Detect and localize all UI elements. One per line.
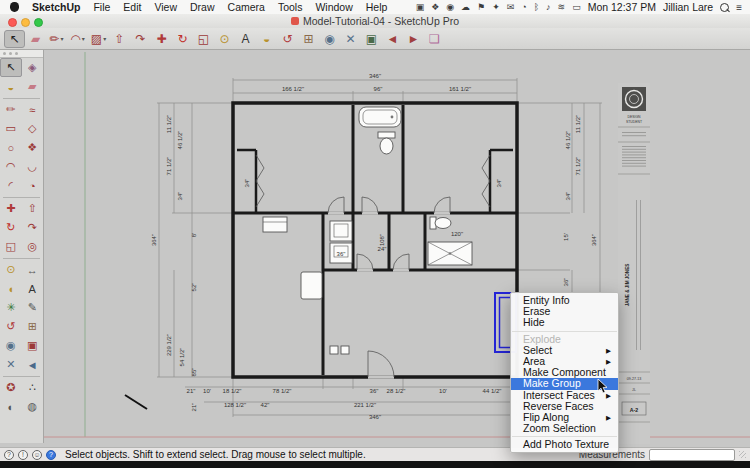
- menubar-user[interactable]: Jillian Lare: [663, 1, 713, 13]
- menu-view[interactable]: View: [154, 1, 177, 13]
- paint-bucket-tool[interactable]: ◒: [0, 77, 22, 96]
- menu-tools[interactable]: Tools: [278, 1, 303, 13]
- rotate-tool[interactable]: ↻: [0, 218, 22, 237]
- battery-icon[interactable]: ▭: [572, 0, 581, 14]
- arc-tool-dropdown-icon[interactable]: ▾: [82, 35, 85, 42]
- make-component-tool[interactable]: ◈: [22, 58, 44, 77]
- cloud-icon[interactable]: ☁: [461, 0, 470, 14]
- notifications-icon[interactable]: ✦: [492, 0, 500, 14]
- position-camera-tool[interactable]: ✪: [0, 378, 22, 397]
- measurements-input[interactable]: [649, 449, 735, 461]
- rectangle-tool-dropdown-icon[interactable]: ▾: [103, 35, 106, 42]
- text-tool[interactable]: A: [235, 30, 256, 48]
- bluetooth-icon[interactable]: ᛒ: [534, 0, 539, 14]
- orbit-tool[interactable]: ↺: [0, 317, 22, 336]
- freehand-tool[interactable]: ≈: [22, 100, 44, 119]
- zoom-window-tool[interactable]: ▣: [361, 30, 382, 48]
- axes-tool[interactable]: ✳: [0, 298, 22, 317]
- select-tool[interactable]: ↖: [4, 30, 25, 48]
- menu-edit[interactable]: Edit: [123, 1, 141, 13]
- eraser-tool[interactable]: ▰: [25, 30, 46, 48]
- move-tool[interactable]: ✚: [151, 30, 172, 48]
- menu-draw[interactable]: Draw: [190, 1, 215, 13]
- wifi-icon[interactable]: ≋: [558, 0, 566, 14]
- tape-measure-tool[interactable]: ⊙: [0, 260, 22, 279]
- zoom-tool[interactable]: ◉: [0, 336, 22, 355]
- line-tool[interactable]: ✏▾: [46, 30, 67, 48]
- fixtures[interactable]: [263, 107, 472, 354]
- context-menu-item-zoom-selection[interactable]: Zoom Selection: [511, 423, 618, 434]
- next-view-tool[interactable]: ►: [403, 30, 424, 48]
- tape-measure-tool[interactable]: ⊙: [214, 30, 235, 48]
- resize-grip[interactable]: [739, 451, 746, 458]
- scale-tool[interactable]: ◱: [193, 30, 214, 48]
- palette-close-icon[interactable]: [3, 52, 6, 55]
- rectangle-tool[interactable]: ▨▾: [88, 30, 109, 48]
- look-around-tool[interactable]: ◐: [0, 397, 22, 416]
- two-point-arc-tool[interactable]: ◡: [22, 157, 44, 176]
- camera-icon[interactable]: ▣: [416, 0, 425, 14]
- pan-tool[interactable]: ⊞: [22, 317, 44, 336]
- antivirus-icon[interactable]: ❖: [431, 0, 439, 14]
- notification-center-icon[interactable]: ≡: [736, 2, 742, 13]
- protractor-tool[interactable]: ◖: [0, 279, 22, 298]
- arc-tool[interactable]: ◠: [0, 157, 22, 176]
- select-tool[interactable]: ↖: [0, 58, 22, 77]
- zoom-extents-tool[interactable]: ✕: [340, 30, 361, 48]
- push-pull-tool[interactable]: ⇧: [22, 199, 44, 218]
- text-tool[interactable]: A: [22, 279, 44, 298]
- offset-tool[interactable]: ◎: [22, 237, 44, 256]
- polygon-tool[interactable]: ❖: [22, 138, 44, 157]
- eraser-tool[interactable]: ▰: [22, 77, 44, 96]
- line-tool[interactable]: ✏: [0, 100, 22, 119]
- arc-tool[interactable]: ◠▾: [67, 30, 88, 48]
- floor-plan-walls[interactable]: [233, 103, 517, 377]
- orbit-tool[interactable]: ↺: [277, 30, 298, 48]
- line-tool-dropdown-icon[interactable]: ▾: [61, 35, 64, 42]
- paint-bucket-tool[interactable]: ◒: [256, 30, 277, 48]
- walk-tool[interactable]: ∴: [22, 378, 44, 397]
- menubar-clock[interactable]: Mon 12:37 PM: [588, 1, 656, 13]
- context-menu-item-add-photo-texture[interactable]: Add Photo Texture: [511, 439, 618, 450]
- menu-file[interactable]: File: [93, 1, 110, 13]
- get-photo-texture-tool[interactable]: ❏: [424, 30, 445, 48]
- tool-palette-titlebar[interactable]: [0, 50, 43, 58]
- messages-icon[interactable]: ✉: [507, 0, 515, 14]
- previous-view-tool[interactable]: ◄: [22, 355, 44, 374]
- pan-tool[interactable]: ⊞: [298, 30, 319, 48]
- volume-icon[interactable]: ♪: [546, 0, 551, 14]
- learn-button[interactable]: ?: [46, 450, 56, 460]
- circle-tool[interactable]: ○: [0, 138, 22, 157]
- pencil-line[interactable]: [125, 395, 147, 409]
- zoom-window-tool[interactable]: ▣: [22, 336, 44, 355]
- pie-tool[interactable]: ◔: [22, 176, 44, 195]
- 3d-text-tool[interactable]: ✎: [22, 298, 44, 317]
- rectangle-tool[interactable]: ▭: [0, 119, 22, 138]
- user-guide-button[interactable]: ☺: [32, 450, 42, 460]
- three-point-arc-tool[interactable]: ◜: [0, 176, 22, 195]
- palette-zoom-icon[interactable]: [15, 52, 18, 55]
- menu-sketchup[interactable]: SketchUp: [32, 1, 80, 13]
- drawing-canvas[interactable]: 346" 166 1/2" 96" 161 1/2" 11 1/2" 46 1/…: [44, 50, 750, 447]
- zoom-tool[interactable]: ◉: [319, 30, 340, 48]
- zoom-extents-tool[interactable]: ✕: [0, 355, 22, 374]
- apple-menu-icon[interactable]: [10, 2, 19, 12]
- instructor-button[interactable]: !: [18, 450, 28, 460]
- palette-minimize-icon[interactable]: [9, 52, 12, 55]
- menu-help[interactable]: Help: [366, 1, 388, 13]
- rotated-rectangle-tool[interactable]: ◇: [22, 119, 44, 138]
- rotate-tool[interactable]: ↻: [172, 30, 193, 48]
- follow-me-tool[interactable]: ↷: [130, 30, 151, 48]
- push-pull-tool[interactable]: ⇧: [109, 30, 130, 48]
- eye-icon[interactable]: ◉: [446, 0, 454, 14]
- move-tool[interactable]: ✚: [0, 199, 22, 218]
- follow-me-tool[interactable]: ↷: [22, 218, 44, 237]
- map-pin-icon[interactable]: ⚑: [477, 0, 485, 14]
- compass-tool[interactable]: ◍: [22, 397, 44, 416]
- context-menu-item-hide[interactable]: Hide: [511, 317, 618, 328]
- scale-tool[interactable]: ◱: [0, 237, 22, 256]
- spotlight-search-icon[interactable]: [720, 3, 729, 12]
- menu-camera[interactable]: Camera: [228, 1, 265, 13]
- help-button[interactable]: ?: [4, 450, 14, 460]
- previous-view-tool[interactable]: ◄: [382, 30, 403, 48]
